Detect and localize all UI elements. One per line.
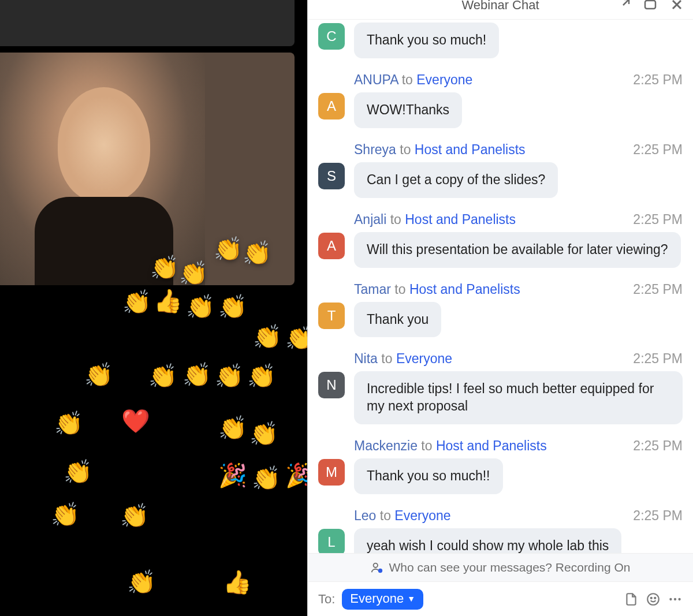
svg-point-5 [654, 597, 655, 598]
message-time: 2:25 PM [633, 72, 683, 88]
message-sender-line: ANUPA to Everyone [354, 72, 472, 88]
reaction-emoji: 👏 [249, 420, 278, 447]
recipient-name[interactable]: Everyone [416, 72, 472, 87]
message-time: 2:25 PM [633, 142, 683, 158]
chat-panel: Webinar Chat CChynna to Everyone2:25 PMT… [307, 0, 693, 616]
participant-video [0, 53, 205, 285]
to-word: to [380, 508, 391, 523]
people-icon [371, 561, 383, 574]
chat-message: CChynna to Everyone2:25 PMThank you so m… [318, 20, 683, 58]
message-sender-line: Tamar to Host and Panelists [354, 282, 520, 297]
message-bubble[interactable]: Will this presentation be available for … [354, 232, 681, 268]
recipient-name[interactable]: Host and Panelists [409, 282, 520, 297]
expand-icon[interactable] [643, 0, 657, 12]
reaction-emoji: 👏 [127, 569, 156, 596]
emoji-icon[interactable] [646, 592, 661, 607]
chat-input-bar: To: Everyone ▼ [308, 581, 693, 616]
message-bubble[interactable]: WOW!Thanks [354, 92, 462, 128]
svg-rect-0 [645, 1, 655, 9]
to-word: to [390, 212, 401, 227]
reaction-emoji: 👏 [64, 458, 92, 486]
reaction-emoji: 🎉 [218, 462, 247, 489]
video-tile-secondary [0, 0, 295, 46]
close-icon[interactable] [670, 0, 684, 12]
to-word: to [400, 142, 411, 157]
sender-name[interactable]: Mackenzie [354, 438, 418, 453]
video-panel: 👏👏👏👏👏👍👏👏👏👏👏👏👏👏👏👏❤️👏👏👏🎉👏🎉👏👏👏👍 [0, 0, 307, 616]
reaction-emoji: 👏 [247, 363, 276, 390]
recipient-name[interactable]: Host and Panelists [415, 142, 526, 157]
sender-name[interactable]: Tamar [354, 282, 391, 297]
video-tile-main[interactable] [0, 53, 295, 285]
message-sender-line: Nita to Everyone [354, 351, 452, 367]
recipient-name[interactable]: Everyone [396, 351, 452, 366]
message-bubble[interactable]: Thank you so much!! [354, 458, 503, 494]
message-bubble[interactable]: Incredible tips! I feel so much better e… [354, 371, 683, 424]
sender-name[interactable]: Leo [354, 508, 376, 523]
reaction-emoji: 👍 [223, 569, 252, 596]
chat-message: MMackenzie to Host and Panelists2:25 PMT… [318, 438, 683, 494]
recipient-dropdown[interactable]: Everyone ▼ [342, 589, 423, 610]
chevron-down-icon: ▼ [407, 594, 415, 603]
to-word: to [381, 351, 392, 366]
reaction-emoji: 👏 [215, 363, 244, 390]
recipient-name[interactable]: Host and Panelists [436, 438, 547, 453]
recipient-label: Everyone [350, 591, 404, 606]
avatar: N [318, 372, 345, 398]
sender-name[interactable]: Shreya [354, 142, 396, 157]
reaction-emoji: 👏 [252, 465, 281, 492]
message-sender-line: Mackenzie to Host and Panelists [354, 438, 547, 454]
avatar: L [318, 529, 345, 553]
svg-point-3 [647, 593, 659, 605]
reaction-emoji: ❤️ [121, 408, 150, 435]
chat-message: NNita to Everyone2:25 PMIncredible tips!… [318, 351, 683, 424]
message-list[interactable]: CChynna to Everyone2:25 PMThank you so m… [308, 20, 693, 553]
reaction-emoji: 👏 [84, 361, 113, 389]
sender-name[interactable]: Anjali [354, 212, 386, 227]
avatar: S [318, 163, 345, 189]
avatar: C [318, 23, 345, 50]
message-time: 2:25 PM [633, 282, 683, 297]
chat-message: TTamar to Host and Panelists2:25 PMThank… [318, 282, 683, 338]
file-icon[interactable] [624, 592, 639, 607]
to-word: to [402, 72, 413, 87]
reaction-emoji: 👏 [186, 293, 215, 320]
reaction-emoji: 👏 [122, 289, 151, 316]
reaction-emoji: 👏 [218, 415, 247, 442]
reaction-emoji: 👏 [120, 502, 149, 529]
sender-name[interactable]: Nita [354, 351, 378, 366]
reaction-emoji: 👏 [54, 410, 83, 437]
avatar: T [318, 303, 345, 329]
message-time: 2:25 PM [633, 508, 683, 524]
message-bubble[interactable]: Can I get a copy of the slides? [354, 162, 558, 198]
message-time: 2:25 PM [633, 212, 683, 227]
reaction-emoji: 👏 [253, 323, 282, 350]
chat-title: Webinar Chat [461, 0, 539, 13]
recipient-name[interactable]: Host and Panelists [405, 212, 516, 227]
recipient-name[interactable]: Everyone [394, 508, 450, 523]
popout-icon[interactable] [617, 0, 631, 12]
chat-message: AAnjali to Host and Panelists2:25 PMWill… [318, 212, 683, 268]
to-word: to [421, 438, 432, 453]
to-word: to [394, 282, 405, 297]
reaction-emoji: 👏 [148, 363, 177, 390]
chat-message: LLeo to Everyone2:25 PMyeah wish I could… [318, 508, 683, 553]
svg-point-6 [669, 598, 672, 600]
message-bubble[interactable]: yeah wish I could show my whole lab this [354, 528, 621, 553]
avatar: M [318, 459, 345, 486]
message-time: 2:25 PM [633, 438, 683, 454]
chat-message: AANUPA to Everyone2:25 PMWOW!Thanks [318, 72, 683, 128]
message-sender-line: Shreya to Host and Panelists [354, 142, 526, 158]
avatar: A [318, 233, 345, 259]
svg-point-4 [651, 597, 652, 598]
visibility-notice[interactable]: Who can see your messages? Recording On [308, 553, 693, 581]
message-bubble[interactable]: Thank you [354, 302, 441, 338]
more-icon[interactable] [668, 592, 683, 607]
svg-point-2 [378, 569, 382, 573]
message-bubble[interactable]: Thank you so much! [354, 23, 499, 58]
reaction-emoji: 👍 [154, 288, 182, 315]
message-sender-line: Leo to Everyone [354, 508, 451, 524]
sender-name[interactable]: ANUPA [354, 72, 398, 87]
reaction-emoji: 👏 [51, 501, 80, 528]
avatar: A [318, 93, 345, 120]
